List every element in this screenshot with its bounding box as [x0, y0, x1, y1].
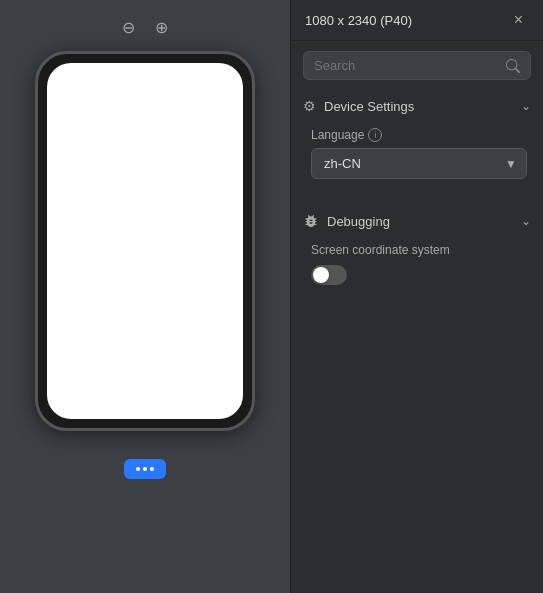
debugging-section: Debugging ⌄ Screen coordinate system	[291, 205, 543, 297]
debugging-title-row: Debugging	[303, 213, 390, 229]
device-settings-content: Language i zh-CN en-US zh-TW ja-JP ▼	[291, 122, 543, 201]
zoom-in-button[interactable]: ⊕	[149, 16, 174, 39]
debugging-chevron: ⌄	[521, 214, 531, 228]
language-info-icon[interactable]: i	[368, 128, 382, 142]
search-input[interactable]	[314, 58, 498, 73]
device-settings-header[interactable]: ⚙ Device Settings ⌄	[291, 90, 543, 122]
zoom-in-icon: ⊕	[155, 19, 168, 36]
search-container	[291, 41, 543, 90]
search-icon	[506, 59, 520, 73]
device-settings-chevron: ⌄	[521, 99, 531, 113]
device-screen	[47, 63, 243, 419]
device-settings-title-row: ⚙ Device Settings	[303, 98, 414, 114]
language-setting-row: Language i zh-CN en-US zh-TW ja-JP ▼	[311, 128, 527, 179]
device-frame	[35, 51, 255, 431]
device-settings-label: Device Settings	[324, 99, 414, 114]
zoom-controls: ⊖ ⊕	[116, 16, 174, 39]
device-settings-section: ⚙ Device Settings ⌄ Language i zh-CN en-…	[291, 90, 543, 201]
language-select[interactable]: zh-CN en-US zh-TW ja-JP	[311, 148, 527, 179]
zoom-out-button[interactable]: ⊖	[116, 16, 141, 39]
panel-title: 1080 x 2340 (P40)	[305, 13, 412, 28]
language-select-wrapper: zh-CN en-US zh-TW ja-JP ▼	[311, 148, 527, 179]
panel-header: 1080 x 2340 (P40) ×	[291, 0, 543, 41]
right-panel: 1080 x 2340 (P40) × ⚙ Device Settings ⌄ …	[291, 0, 543, 593]
zoom-out-icon: ⊖	[122, 19, 135, 36]
language-label: Language i	[311, 128, 527, 142]
left-panel: ⊖ ⊕	[0, 0, 290, 593]
debugging-label: Debugging	[327, 214, 390, 229]
screen-coordinate-label: Screen coordinate system	[311, 243, 527, 257]
toggle-knob	[313, 267, 329, 283]
debugging-header[interactable]: Debugging ⌄	[291, 205, 543, 237]
dot-3	[150, 467, 154, 471]
toggle-wrapper	[311, 265, 527, 285]
dot-2	[143, 467, 147, 471]
dot-1	[136, 467, 140, 471]
debugging-content: Screen coordinate system	[291, 237, 543, 297]
close-button[interactable]: ×	[508, 10, 529, 30]
screen-coordinate-toggle[interactable]	[311, 265, 347, 285]
debugging-icon	[303, 213, 319, 229]
more-options-button[interactable]	[124, 459, 166, 479]
search-box	[303, 51, 531, 80]
device-settings-icon: ⚙	[303, 98, 316, 114]
